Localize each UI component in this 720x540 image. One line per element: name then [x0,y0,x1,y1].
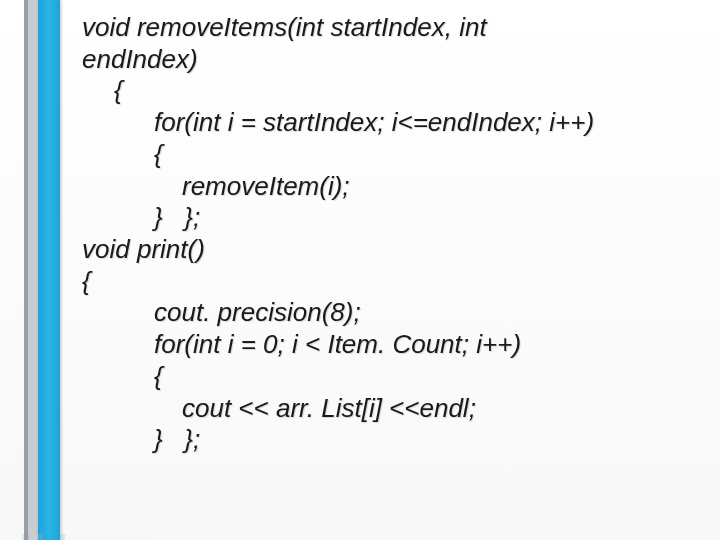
accent-bar-blue [38,0,60,540]
code-line: endIndex) [82,44,700,76]
code-line: { [82,75,700,107]
code-block: void removeItems(int startIndex, int end… [82,12,700,456]
code-line: void print() [82,234,700,266]
code-line: { [82,361,700,393]
code-line: cout. precision(8); [82,297,700,329]
code-line: removeItem(i); [82,171,700,203]
bottom-accent-decoration [0,534,720,540]
slide: void removeItems(int startIndex, int end… [0,0,720,540]
code-line: } }; [82,202,700,234]
code-line: } }; [82,424,700,456]
code-line: cout << arr. List[i] <<endl; [82,393,700,425]
code-line: { [82,266,700,298]
code-line: for(int i = startIndex; i<=endIndex; i++… [82,107,700,139]
code-line: { [82,139,700,171]
code-line: void removeItems(int startIndex, int [82,12,700,44]
code-line: for(int i = 0; i < Item. Count; i++) [82,329,700,361]
left-accent-bars [24,0,64,540]
accent-bar-grey-wide [28,0,38,540]
